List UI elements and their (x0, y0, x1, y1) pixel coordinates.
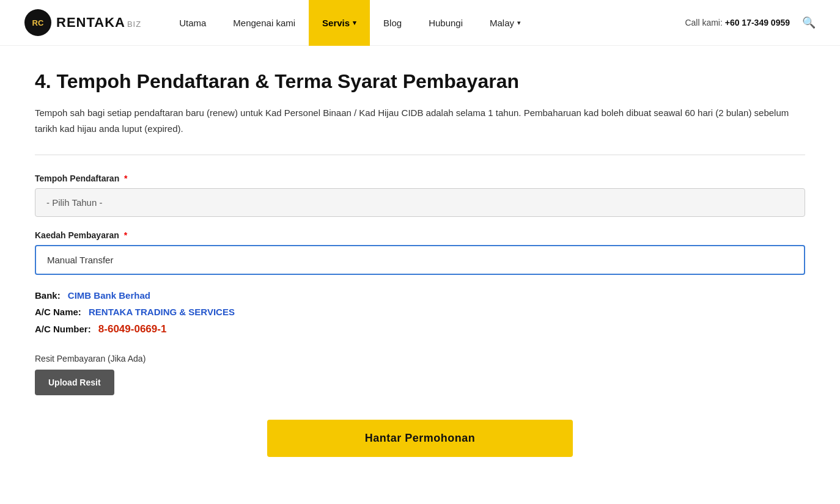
nav-item-utama[interactable]: Utama (166, 0, 219, 46)
kaedah-label: Kaedah Pembayaran * (35, 230, 805, 240)
form-group-resit: Resit Pembayaran (Jika Ada) Upload Resit (35, 354, 805, 395)
call-label: Call kami: +60 17-349 0959 (685, 18, 790, 27)
nav-item-servis[interactable]: Servis ▾ (309, 0, 370, 46)
logo-icon: RC (24, 9, 51, 36)
navbar: RC RENTAKABIZ Utama Mengenai kami Servis… (0, 0, 840, 46)
section-title: 4. Tempoh Pendaftaran & Terma Syarat Pem… (35, 70, 805, 93)
ac-name-row: A/C Name: RENTAKA TRADING & SERVICES (35, 307, 805, 317)
tempoh-select[interactable]: - Pilih Tahun - 1 Tahun 2 Tahun (35, 188, 805, 217)
form-group-tempoh: Tempoh Pendaftaran * - Pilih Tahun - 1 T… (35, 173, 805, 217)
tempoh-label: Tempoh Pendaftaran * (35, 173, 805, 183)
ac-number-row: A/C Number: 8-6049-0669-1 (35, 323, 805, 335)
nav-item-malay[interactable]: Malay ▾ (476, 0, 534, 46)
bank-row: Bank: CIMB Bank Berhad (35, 290, 805, 301)
kaedah-input[interactable] (35, 245, 805, 275)
submit-area: Hantar Permohonan (35, 420, 805, 457)
nav-right: Call kami: +60 17-349 0959 🔍 (685, 16, 816, 29)
malay-chevron-icon: ▾ (517, 19, 521, 27)
main-content: 4. Tempoh Pendaftaran & Terma Syarat Pem… (10, 46, 830, 494)
nav-item-hubungi[interactable]: Hubungi (415, 0, 476, 46)
submit-button[interactable]: Hantar Permohonan (267, 420, 573, 457)
nav-links: Utama Mengenai kami Servis ▾ Blog Hubung… (166, 0, 685, 46)
logo[interactable]: RC RENTAKABIZ (24, 9, 141, 36)
servis-chevron-icon: ▾ (353, 19, 356, 27)
form-group-kaedah: Kaedah Pembayaran * (35, 230, 805, 275)
nav-item-blog[interactable]: Blog (370, 0, 415, 46)
tempoh-required: * (124, 173, 127, 183)
resit-label: Resit Pembayaran (Jika Ada) (35, 354, 805, 363)
divider (35, 155, 805, 155)
upload-resit-button[interactable]: Upload Resit (35, 370, 114, 395)
section-description: Tempoh sah bagi setiap pendaftaran baru … (35, 105, 805, 136)
nav-item-mengenai[interactable]: Mengenai kami (219, 0, 309, 46)
kaedah-required: * (124, 230, 127, 240)
bank-info: Bank: CIMB Bank Berhad A/C Name: RENTAKA… (35, 290, 805, 335)
search-icon[interactable]: 🔍 (802, 16, 816, 29)
logo-text: RENTAKABIZ (56, 15, 141, 31)
